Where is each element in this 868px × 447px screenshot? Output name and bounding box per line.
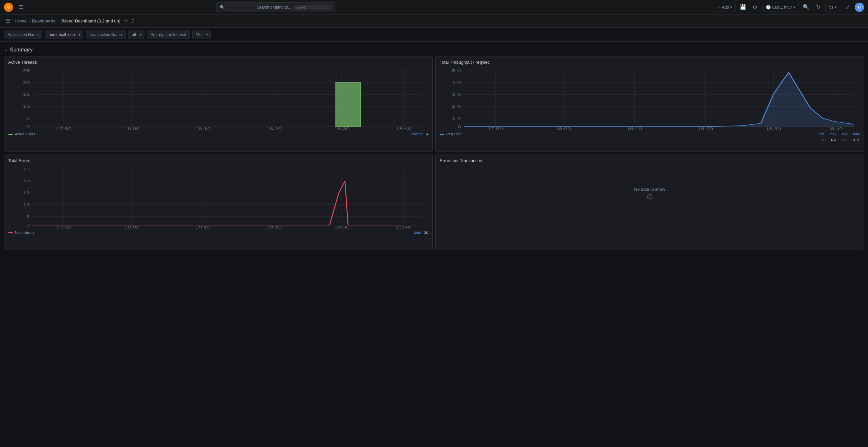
search-placeholder: Search or jump to...	[257, 5, 291, 9]
min-header: min	[818, 132, 825, 136]
svg-text:0: 0	[26, 125, 30, 129]
add-chevron: ▾	[730, 5, 732, 9]
time-range-button[interactable]: 🕐 Last 1 hour ▾	[762, 3, 799, 12]
sidebar-toggle[interactable]: ☰	[5, 18, 10, 25]
svg-text:18:00: 18:00	[555, 127, 571, 130]
breadcrumb-dashboards[interactable]: Dashboards	[32, 19, 55, 24]
breadcrumb-home[interactable]: Home	[15, 19, 27, 24]
svg-text:20: 20	[23, 179, 30, 183]
svg-text:18:30: 18:30	[334, 225, 350, 229]
top-panel-row: Active Threads 25 20 15 10 5 0	[4, 56, 864, 152]
svg-text:2 K: 2 K	[452, 105, 461, 109]
req-sec-color	[440, 134, 444, 135]
max-value: 4 K	[831, 138, 836, 142]
total-throughput-title: Total Throughput - req/sec	[440, 60, 860, 65]
app-name-select[interactable]: hero_mall_one	[45, 30, 83, 39]
total-value: 20 K	[852, 138, 860, 142]
svg-text:18:30: 18:30	[766, 127, 781, 130]
collapse-icon[interactable]: ⌄	[4, 47, 8, 53]
save-button[interactable]: 💾	[738, 3, 748, 12]
agg-select[interactable]: 10s	[192, 30, 211, 39]
breadcrumb-current: JMeter Dashboard (3.2 and up)	[61, 19, 120, 24]
user-avatar[interactable]: U	[855, 3, 864, 12]
req-sec-label: Req / sec	[446, 132, 461, 136]
no-data-message: No data to show ⓘ	[440, 166, 860, 222]
no-data-text: No data to show	[634, 187, 665, 192]
errors-color	[8, 232, 13, 233]
svg-text:10: 10	[23, 203, 30, 207]
app-name-select-wrap[interactable]: hero_mall_one	[45, 30, 83, 39]
txn-name-label: Transaction Name	[86, 30, 126, 39]
agg-label: Aggregation Interval	[147, 30, 190, 39]
min-value: 20	[822, 138, 825, 142]
svg-text:18:40: 18:40	[396, 225, 411, 229]
search-cmd: cmd+k	[293, 5, 332, 9]
search-icon: 🔍	[220, 5, 254, 9]
active-threads-panel: Active Threads 25 20 15 10 5 0	[4, 56, 433, 152]
bottom-panel-row: Total Errors 25 20 15 10 5 0	[4, 154, 864, 250]
svg-text:18:10: 18:10	[626, 127, 642, 130]
errors-legend: No of Errors total 20	[8, 231, 428, 234]
svg-text:5: 5	[26, 116, 30, 121]
active-threads-value: 4	[426, 132, 428, 136]
current-label: current	[411, 132, 423, 136]
throughput-legend: Req / sec min max avg total	[440, 132, 860, 136]
share-button[interactable]: ⤴	[131, 18, 134, 24]
active-threads-legend: Active Users current 4	[8, 132, 428, 136]
max-header: max	[830, 132, 837, 136]
errors-per-txn-panel: Errors per Transaction No data to show ⓘ	[435, 154, 864, 250]
svg-rect-26	[336, 82, 361, 127]
svg-text:0: 0	[458, 125, 461, 129]
total-header: total	[853, 132, 860, 136]
svg-text:0: 0	[26, 223, 30, 227]
active-users-color	[8, 134, 13, 135]
time-chevron: ▾	[793, 5, 795, 9]
menu-toggle[interactable]: ☰	[17, 3, 26, 12]
svg-text:18:10: 18:10	[195, 127, 211, 130]
svg-text:18:00: 18:00	[124, 127, 140, 130]
search-bar[interactable]: 🔍 Search or jump to... cmd+k	[216, 2, 335, 12]
summary-section-header: ⌄ Summary	[4, 47, 864, 53]
info-icon: ⓘ	[647, 194, 652, 201]
svg-text:17:50: 17:50	[56, 225, 72, 229]
toolbar: Application Name hero_mall_one Transacti…	[0, 28, 868, 42]
svg-text:5 K: 5 K	[452, 69, 461, 73]
nav-right: ＋ Add ▾ 💾 ⚙ 🕐 Last 1 hour ▾ 🔍 ↻ 5s ▾ ⤢ U	[713, 3, 864, 12]
svg-text:18:40: 18:40	[827, 127, 843, 130]
svg-text:20: 20	[23, 81, 30, 85]
main-content: ⌄ Summary Active Threads 25 20 15	[0, 42, 868, 255]
top-nav: G ☰ 🔍 Search or jump to... cmd+k ＋ Add ▾…	[0, 0, 868, 14]
total-throughput-panel: Total Throughput - req/sec 5 K 4 K 3 K 2…	[435, 56, 864, 152]
agg-select-wrap[interactable]: 10s	[192, 30, 211, 39]
total-errors-panel: Total Errors 25 20 15 10 5 0	[4, 154, 433, 250]
zoom-out-button[interactable]: 🔍	[802, 3, 811, 12]
total-errors-value: 20	[425, 231, 428, 234]
refresh-interval-button[interactable]: 5s ▾	[825, 3, 840, 12]
total-errors-chart: 25 20 15 10 5 0 17:50 18:00 18:10 18:20 …	[8, 166, 428, 229]
svg-text:15: 15	[23, 93, 30, 97]
grafana-logo: G	[4, 3, 13, 12]
txn-name-select-wrap[interactable]: all	[128, 30, 145, 39]
refresh-button[interactable]: ↻	[813, 3, 823, 12]
app-name-label: Application Name	[4, 30, 42, 39]
plus-icon: ＋	[717, 4, 720, 10]
favorite-button[interactable]: ☆	[124, 18, 128, 24]
active-users-label: Active Users	[15, 132, 35, 136]
errors-per-txn-title: Errors per Transaction	[440, 158, 860, 163]
svg-text:15: 15	[23, 191, 30, 195]
avg-value: 3 K	[842, 138, 847, 142]
svg-text:25: 25	[23, 167, 30, 171]
active-threads-title: Active Threads	[8, 60, 428, 65]
svg-marker-52	[464, 72, 854, 127]
svg-text:4 K: 4 K	[452, 81, 461, 85]
txn-name-select[interactable]: all	[128, 30, 145, 39]
clock-icon: 🕐	[766, 5, 771, 9]
total-throughput-chart: 5 K 4 K 3 K 2 K 1 K 0 17:50 18:00 18:10 …	[440, 67, 860, 130]
expand-button[interactable]: ⤢	[843, 3, 852, 12]
avg-header: avg	[842, 132, 847, 136]
breadcrumb-bar: ☰ Home › Dashboards › JMeter Dashboard (…	[0, 14, 868, 28]
settings-button[interactable]: ⚙	[750, 3, 760, 12]
add-button[interactable]: ＋ Add ▾	[713, 3, 736, 12]
breadcrumb-sep-1: ›	[29, 19, 30, 24]
svg-text:18:20: 18:20	[266, 127, 282, 130]
